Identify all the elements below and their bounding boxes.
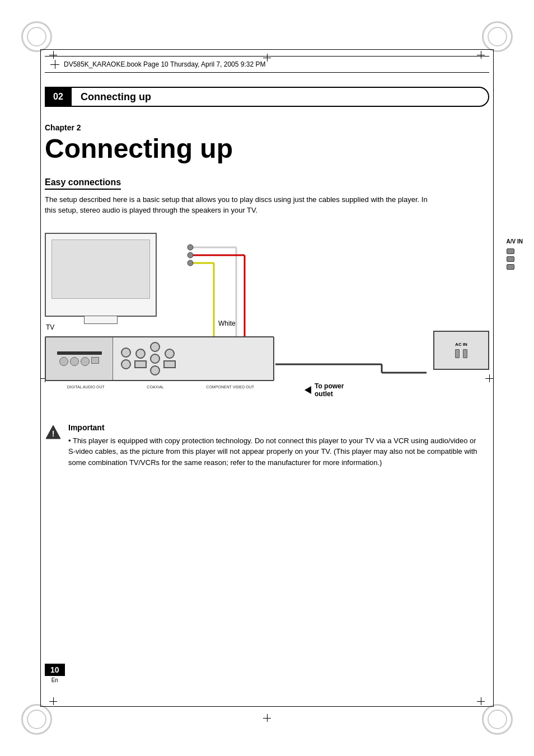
dvd-label-2: COAXIAL: [147, 385, 163, 389]
important-bullet: •: [68, 436, 73, 445]
port-rect-2: [163, 360, 176, 368]
dvd-button-3: [81, 357, 90, 366]
port-circle-3: [135, 349, 146, 359]
dvd-player-illustration: DIGITAL AUDIO OUT COAXIAL COMPONENT VIDE…: [45, 336, 274, 381]
right-border: [493, 49, 494, 707]
power-area: AC IN To power outlet: [282, 331, 489, 403]
white-label: White: [218, 320, 236, 327]
dvd-button-sq: [91, 357, 99, 364]
top-border: [40, 49, 494, 50]
power-prong-1: [455, 349, 460, 358]
av-connector-3: [507, 264, 514, 270]
dvd-back-panel: [116, 337, 273, 380]
crosshair-bottom-mid: [263, 714, 271, 722]
header-bar: DV585K_KARAOKE.book Page 10 Thursday, Ap…: [45, 56, 489, 73]
av-in-label: A/V IN: [507, 238, 523, 245]
crosshair-bl: [49, 697, 57, 705]
section-title: Easy connections: [45, 177, 121, 190]
chapter-label: Chapter 2: [45, 123, 489, 132]
header-crosshair: [50, 60, 59, 69]
svg-point-14: [188, 260, 193, 266]
power-outlet-box: AC IN: [433, 331, 489, 370]
port-group-2: [134, 349, 147, 368]
tv-illustration: TV: [45, 233, 157, 317]
power-prong-2: [463, 349, 467, 358]
corner-decoration-bl: [21, 704, 52, 735]
page-number: 10: [45, 664, 65, 676]
corner-decoration-tr: [482, 21, 513, 52]
important-title: Important: [68, 423, 481, 432]
dvd-label-1: DIGITAL AUDIO OUT: [67, 385, 105, 389]
port-circle-7: [165, 349, 175, 359]
port-group-1: [121, 348, 131, 369]
corner-decoration-tl: [21, 21, 52, 52]
ac-in-label: AC IN: [455, 342, 467, 347]
page-container: DV585K_KARAOKE.book Page 10 Thursday, Ap…: [0, 0, 534, 756]
dvd-button-1: [59, 357, 68, 366]
page-lang: En: [45, 677, 65, 683]
svg-text:!: !: [52, 429, 55, 438]
dvd-label-3: COMPONENT VIDEO OUT: [206, 385, 254, 389]
port-circle-2: [121, 359, 131, 369]
important-text: • This player is equipped with copy prot…: [68, 435, 481, 468]
port-circle-6: [150, 365, 160, 375]
port-group-3: [150, 342, 160, 375]
tv-screen: [51, 240, 150, 299]
to-power-text: To power outlet: [315, 382, 344, 398]
av-in-area: A/V IN: [507, 238, 523, 270]
chapter-title-text: Connecting up: [81, 91, 151, 103]
corner-decoration-br: [482, 704, 513, 735]
to-power-outlet-label: To power outlet: [305, 382, 344, 398]
important-content: Important • This player is equipped with…: [68, 423, 481, 468]
chapter-bar: 02 Connecting up: [45, 87, 489, 107]
port-group-4: [163, 349, 176, 368]
tv-stand: [84, 316, 118, 324]
power-prong-area: [455, 349, 467, 358]
port-circle-5: [150, 354, 160, 364]
tv-label: TV: [46, 323, 54, 331]
svg-point-13: [188, 252, 193, 258]
main-content: Chapter 2 Connecting up Easy connections…: [45, 123, 489, 468]
chapter-title-bar: Connecting up: [72, 87, 489, 107]
port-circle-4: [150, 342, 160, 352]
arrow-icon: [305, 386, 311, 394]
av-connector-2: [507, 256, 514, 262]
dvd-disc-slot: [57, 351, 102, 355]
crosshair-br: [477, 697, 485, 705]
dvd-button-row: [59, 357, 99, 366]
important-body-text: This player is equipped with copy protec…: [68, 436, 477, 467]
svg-point-12: [188, 245, 193, 250]
chapter-heading: Connecting up: [45, 134, 489, 164]
dvd-button-2: [70, 357, 79, 366]
file-info-text: DV585K_KARAOKE.book Page 10 Thursday, Ap…: [64, 60, 265, 68]
important-icon: !: [45, 424, 62, 441]
section-description: The setup described here is a basic setu…: [45, 194, 437, 216]
dvd-front-panel: [46, 337, 113, 380]
chapter-number: 02: [45, 87, 72, 107]
important-note: ! Important • This player is equipped wi…: [45, 423, 481, 468]
port-rect-1: [134, 360, 147, 368]
port-circle-1: [121, 348, 131, 358]
dvd-port-labels: DIGITAL AUDIO OUT COAXIAL COMPONENT VIDE…: [46, 385, 275, 389]
page-footer: 10 En: [45, 664, 65, 683]
av-connector-1: [507, 248, 514, 254]
diagram-area: TV A/V IN White Red Yellow: [45, 227, 489, 406]
bottom-border: [40, 706, 494, 707]
